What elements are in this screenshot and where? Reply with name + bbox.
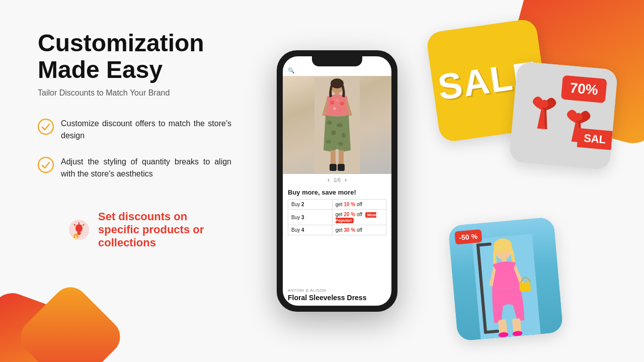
sale-card-gray: 70% SAL — [509, 61, 618, 170]
feature-item-2: Adjust the styling of quantity breaks to… — [38, 156, 231, 180]
fashion-card: -50 % — [448, 217, 563, 341]
discount-pct-3: 30 % — [344, 227, 355, 233]
svg-point-17 — [333, 107, 336, 110]
table-row: Buy 2 get 10 % off — [288, 200, 386, 210]
feature-text-2: Adjust the styling of quantity breaks to… — [61, 156, 231, 180]
svg-point-16 — [340, 102, 344, 106]
phone-screen: 🔍 — [283, 56, 391, 306]
svg-rect-5 — [77, 234, 80, 235]
page-subtitle: Tailor Discounts to Match Your Brand — [38, 88, 231, 98]
image-nav: ‹ 1/6 › — [283, 174, 391, 186]
sale-tag: SAL — [577, 128, 613, 150]
svg-point-21 — [331, 130, 336, 135]
discount-cell-3: get 30 % off — [332, 225, 386, 235]
highlight-feature-text: Set discounts on specific products or co… — [98, 210, 231, 250]
feature-text-1: Customize discount offers to match the s… — [61, 118, 231, 142]
phone-device: 🔍 — [277, 50, 397, 312]
image-counter: 1/6 — [334, 177, 341, 183]
svg-line-8 — [83, 225, 84, 226]
svg-rect-37 — [519, 282, 531, 292]
feature-list: Customize discount offers to match the s… — [38, 118, 231, 180]
prev-image-arrow[interactable]: ‹ — [328, 176, 330, 184]
discount-table: Buy 2 get 10 % off Buy 3 get 20 % of — [288, 199, 386, 235]
main-content: Customization Made Easy Tailor Discounts… — [0, 0, 644, 362]
svg-line-7 — [74, 225, 75, 226]
fifty-badge: -50 % — [454, 229, 482, 244]
fashion-model-svg — [472, 234, 541, 339]
svg-rect-27 — [330, 164, 337, 171]
svg-point-24 — [338, 142, 343, 146]
svg-point-29 — [331, 78, 344, 88]
svg-point-20 — [337, 123, 343, 127]
buy-more-title: Buy more, save more! — [288, 189, 386, 196]
discount-pct-2: 20 % — [344, 212, 355, 217]
svg-point-19 — [327, 121, 332, 125]
svg-point-22 — [342, 133, 346, 138]
svg-rect-28 — [338, 164, 345, 171]
table-row: Buy 3 get 20 % off Most Popular! — [288, 210, 386, 225]
check-icon-2 — [38, 157, 54, 173]
discount-cell-2: get 20 % off Most Popular! — [332, 210, 386, 225]
page-title: Customization Made Easy — [38, 30, 231, 83]
lightbulb-icon: $ — [68, 219, 90, 241]
buy-cell-2: Buy 3 — [288, 210, 333, 225]
svg-rect-38 — [498, 319, 507, 334]
svg-point-15 — [336, 99, 339, 102]
svg-text:$: $ — [75, 235, 77, 239]
ribbon-decoration: 70% SAL — [509, 61, 618, 170]
phone-container: 🔍 — [257, 0, 418, 362]
svg-rect-4 — [77, 232, 81, 234]
svg-point-1 — [38, 157, 53, 172]
svg-point-14 — [330, 101, 334, 105]
phone-notch — [312, 56, 362, 66]
popular-badge: Most Popular! — [336, 212, 377, 223]
buy-qty-1: 2 — [301, 202, 304, 207]
check-icon-1 — [38, 119, 54, 135]
product-image — [283, 76, 391, 174]
buy-cell-1: Buy 2 — [288, 200, 333, 210]
next-image-arrow[interactable]: › — [345, 176, 347, 184]
svg-point-3 — [75, 224, 83, 232]
feature-item-1: Customize discount offers to match the s… — [38, 118, 231, 142]
buy-qty-3: 4 — [301, 227, 304, 233]
discount-pct-1: 10 % — [344, 202, 355, 207]
highlight-feature: $ Set discounts on specific products or … — [68, 210, 231, 250]
discount-cell-1: get 10 % off — [332, 200, 386, 210]
svg-point-0 — [38, 119, 53, 134]
left-panel: Customization Made Easy Tailor Discounts… — [0, 0, 257, 362]
table-row: Buy 4 get 30 % off — [288, 225, 386, 235]
svg-rect-39 — [512, 318, 521, 333]
pct-70-badge: 70% — [561, 75, 607, 103]
buy-cell-3: Buy 4 — [288, 225, 333, 235]
svg-point-23 — [326, 140, 331, 144]
zoom-icon: 🔍 — [288, 67, 295, 74]
right-panel: SALE — [418, 0, 644, 362]
product-brand: ANTONI & ALISON — [283, 286, 391, 293]
discount-section: Buy more, save more! Buy 2 get 10 % off — [283, 186, 391, 286]
product-name: Floral Sleeveless Dress — [283, 293, 391, 306]
buy-qty-2: 3 — [301, 215, 304, 220]
product-model-svg — [314, 77, 360, 173]
svg-point-18 — [339, 109, 342, 112]
